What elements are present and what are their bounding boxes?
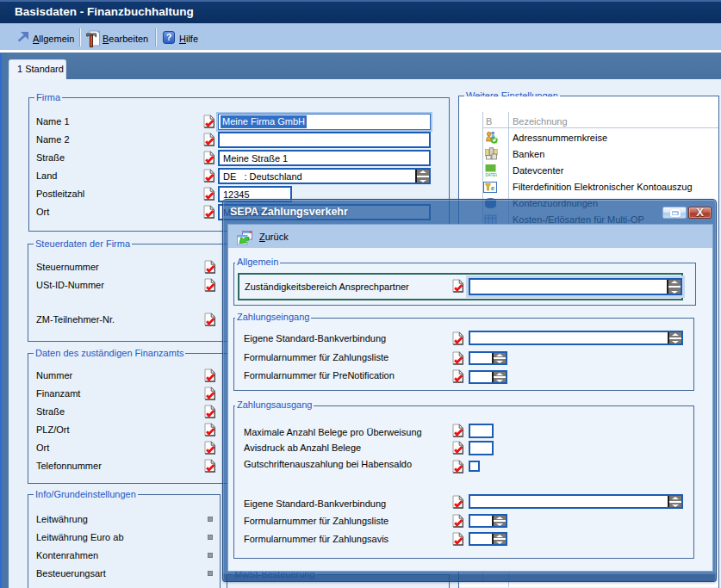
svg-text:DATEV: DATEV xyxy=(486,173,498,177)
svg-text:e: e xyxy=(491,185,494,191)
